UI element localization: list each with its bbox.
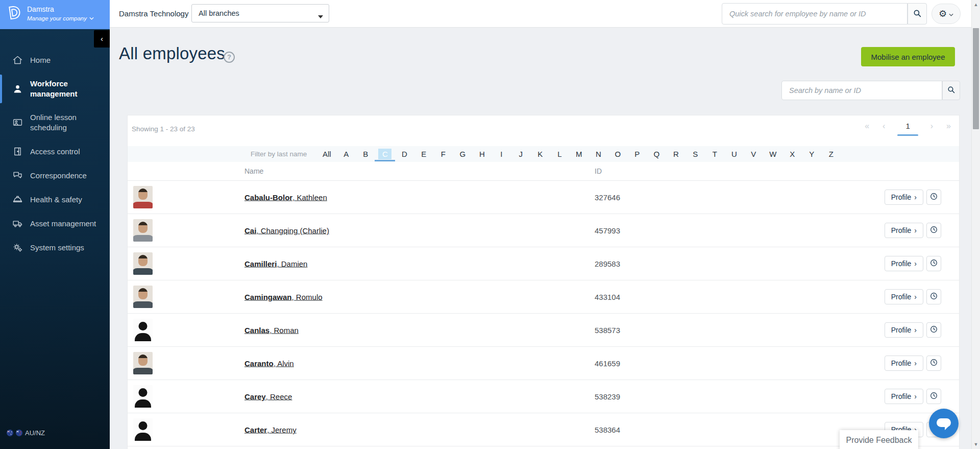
- clock-icon: [929, 292, 938, 302]
- employee-search-input[interactable]: [781, 81, 942, 100]
- time-history-button[interactable]: [926, 256, 941, 271]
- filter-letter-i[interactable]: I: [495, 149, 508, 159]
- employee-name-link[interactable]: Cai, Changqing (Charlie): [244, 226, 329, 235]
- sidebar-item-health-safety[interactable]: Health & safety: [0, 187, 110, 211]
- employee-name-link[interactable]: Carey, Reece: [244, 392, 292, 401]
- profile-button[interactable]: Profile›: [885, 356, 923, 371]
- sidebar-collapse-button[interactable]: ‹: [94, 30, 110, 48]
- employee-search-button[interactable]: [942, 81, 960, 100]
- employee-surname: Canlas: [244, 326, 270, 335]
- chevron-right-icon: ›: [914, 326, 917, 334]
- profile-button[interactable]: Profile›: [885, 256, 923, 271]
- settings-menu-button[interactable]: ⚙: [932, 4, 961, 24]
- row-actions: Profile›: [885, 223, 941, 238]
- top-header: Damstra Technology All branches ⚙: [110, 0, 980, 28]
- filter-letters: AllABCDEFGHIJKLMNOPQRSTUVWXYZ: [318, 149, 844, 159]
- filter-letter-c[interactable]: C: [378, 149, 391, 159]
- first-page-button[interactable]: «: [865, 121, 869, 132]
- filter-letter-v[interactable]: V: [747, 149, 760, 159]
- last-page-button[interactable]: »: [946, 121, 951, 132]
- employee-name-link[interactable]: Camingawan, Romulo: [244, 293, 323, 301]
- sidebar-item-system-settings[interactable]: System settings: [0, 235, 110, 259]
- time-history-button[interactable]: [926, 223, 941, 238]
- filter-letter-w[interactable]: W: [766, 149, 779, 159]
- sidebar-item-workforce-management[interactable]: Workforce management: [0, 72, 110, 106]
- filter-letter-b[interactable]: B: [359, 149, 372, 159]
- employee-name-link[interactable]: Caranto, Alvin: [244, 359, 294, 368]
- employee-name-link[interactable]: Camilleri, Damien: [244, 259, 307, 268]
- sidebar-item-label: Workforce management: [30, 79, 104, 99]
- employee-photo: [133, 252, 153, 275]
- filter-letter-all[interactable]: All: [318, 149, 335, 159]
- region-selector[interactable]: AU/NZ: [7, 429, 45, 437]
- filter-letter-u[interactable]: U: [727, 149, 741, 159]
- employee-surname: Caranto: [244, 359, 274, 368]
- chevron-right-icon: ›: [914, 193, 917, 201]
- profile-button[interactable]: Profile›: [885, 190, 923, 205]
- chat-bubble-icon: [937, 418, 951, 427]
- profile-button[interactable]: Profile›: [885, 389, 923, 404]
- employee-name-link[interactable]: Canlas, Roman: [244, 326, 299, 335]
- filter-letter-z[interactable]: Z: [824, 149, 838, 159]
- filter-letter-l[interactable]: L: [553, 149, 566, 159]
- filter-label: Filter by last name: [251, 150, 307, 158]
- quick-search-button[interactable]: [908, 3, 927, 25]
- scrollbar[interactable]: ▲ ▼: [971, 0, 980, 449]
- employee-name-link[interactable]: Carter, Jeremy: [244, 426, 297, 434]
- table-row: Canlas, Roman538573Profile›: [128, 314, 959, 347]
- filter-letter-t[interactable]: T: [708, 149, 721, 159]
- sidebar-item-online-lesson-scheduling[interactable]: Online lesson scheduling: [0, 106, 110, 139]
- filter-letter-m[interactable]: M: [572, 149, 585, 159]
- current-page[interactable]: 1: [898, 121, 917, 132]
- filter-letter-o[interactable]: O: [611, 149, 624, 159]
- filter-letter-x[interactable]: X: [786, 149, 799, 159]
- employee-surname: Cai: [244, 226, 256, 235]
- time-history-button[interactable]: [926, 322, 941, 338]
- filter-letter-e[interactable]: E: [417, 149, 430, 159]
- filter-letter-f[interactable]: F: [436, 149, 450, 159]
- sidebar-item-correspondence[interactable]: Correspondence: [0, 163, 110, 187]
- branch-select[interactable]: All branches: [191, 4, 329, 22]
- profile-button[interactable]: Profile›: [885, 289, 923, 304]
- scrollbar-thumb[interactable]: [973, 28, 979, 129]
- sidebar: Damstra Manage your company ‹ HomeWorkfo…: [0, 0, 110, 449]
- filter-letter-y[interactable]: Y: [805, 149, 818, 159]
- sidebar-item-home[interactable]: Home: [0, 48, 110, 72]
- profile-button[interactable]: Profile›: [885, 322, 923, 338]
- sidebar-item-label: Correspondence: [30, 171, 87, 181]
- mobilise-employee-button[interactable]: Mobilise an employee: [861, 47, 955, 66]
- profile-button[interactable]: Profile›: [885, 223, 923, 238]
- filter-letter-r[interactable]: R: [669, 149, 682, 159]
- chevron-down-icon: [89, 17, 94, 20]
- help-icon[interactable]: ?: [224, 52, 235, 63]
- employee-given-name: , Roman: [270, 326, 299, 335]
- time-history-button[interactable]: [926, 289, 941, 304]
- employee-name-link[interactable]: Cabalu-Bolor, Kathleen: [244, 193, 327, 202]
- damstra-logo-icon: [7, 5, 21, 29]
- filter-letter-q[interactable]: Q: [650, 149, 663, 159]
- sidebar-item-access-control[interactable]: Access control: [0, 139, 110, 163]
- filter-letter-s[interactable]: S: [689, 149, 702, 159]
- next-page-button[interactable]: ›: [930, 121, 933, 132]
- time-history-button[interactable]: [926, 389, 941, 404]
- time-history-button[interactable]: [926, 356, 941, 371]
- prev-page-button[interactable]: ‹: [883, 121, 885, 132]
- profile-button-label: Profile: [891, 326, 912, 334]
- employee-given-name: , Reece: [266, 392, 292, 401]
- quick-search-input[interactable]: [722, 3, 908, 25]
- chevron-down-icon: [318, 12, 323, 20]
- chat-widget-button[interactable]: [929, 409, 959, 438]
- app-logo[interactable]: Damstra Manage your company: [0, 0, 110, 29]
- filter-letter-n[interactable]: N: [592, 149, 605, 159]
- scroll-down-arrow[interactable]: ▼: [972, 442, 980, 447]
- time-history-button[interactable]: [926, 190, 941, 205]
- filter-letter-j[interactable]: J: [514, 149, 527, 159]
- sidebar-item-asset-management[interactable]: Asset management: [0, 211, 110, 235]
- filter-letter-d[interactable]: D: [398, 149, 411, 159]
- scroll-up-arrow[interactable]: ▲: [972, 2, 980, 7]
- filter-letter-a[interactable]: A: [339, 149, 353, 159]
- filter-letter-p[interactable]: P: [630, 149, 644, 159]
- filter-letter-h[interactable]: H: [475, 149, 488, 159]
- filter-letter-k[interactable]: K: [533, 149, 547, 159]
- filter-letter-g[interactable]: G: [456, 149, 469, 159]
